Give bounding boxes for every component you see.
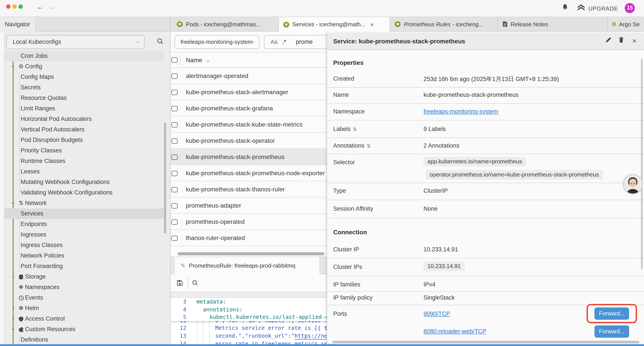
row-checkbox[interactable] bbox=[172, 171, 178, 176]
row-checkbox[interactable] bbox=[172, 74, 178, 79]
sidebar-item-services[interactable]: Services bbox=[4, 209, 164, 219]
save-icon[interactable] bbox=[177, 280, 183, 288]
namespace-select[interactable]: freeleaps-monitoring-system › bbox=[174, 35, 260, 49]
sidebar-item-namespaces[interactable]: ❖Namespaces bbox=[4, 282, 164, 293]
close-window-button[interactable] bbox=[6, 4, 10, 9]
sidebar-item-access-control[interactable]: ›Access Control bbox=[4, 314, 164, 324]
ip-family-policy-value: SingleStack bbox=[424, 294, 455, 301]
annotation-highlight-box bbox=[586, 304, 637, 323]
upgrade-chevrons-icon[interactable] bbox=[577, 4, 585, 13]
forward-button[interactable]: Forward... bbox=[594, 326, 629, 338]
sidebar-item-cron-jobs[interactable]: Cron Jobs bbox=[4, 51, 164, 61]
port-link-9090[interactable]: 9090/TCP bbox=[424, 311, 450, 317]
sidebar-item-vertical-pod-autoscalers[interactable]: Vertical Pod Autoscalers bbox=[4, 124, 164, 135]
kubeconfig-select[interactable]: Local Kubeconfigs › bbox=[6, 35, 145, 49]
editor-tab-prometheusrule[interactable]: ✎PrometheusRule: freeleaps-prod-rabbitmq bbox=[174, 257, 320, 274]
close-icon[interactable]: × bbox=[630, 37, 639, 45]
annotations-value[interactable]: 2 Annotations bbox=[424, 142, 460, 149]
sidebar-item-resource-quotas[interactable]: Resource Quotas bbox=[4, 93, 164, 103]
detail-horizontal-scrollbar[interactable] bbox=[332, 341, 639, 343]
sidebar-item-mutating-webhook-configurations[interactable]: Mutating Webhook Configurations bbox=[4, 177, 164, 187]
sidebar-scrollbar[interactable] bbox=[164, 123, 166, 233]
tab-services[interactable]: Services - icecheng@math... × bbox=[279, 17, 390, 31]
row-checkbox[interactable] bbox=[172, 106, 178, 111]
row-checkbox[interactable] bbox=[172, 90, 178, 95]
row-checkbox[interactable] bbox=[172, 203, 178, 209]
port-link-8080[interactable]: 8080:reloader-web/TCP bbox=[424, 328, 486, 335]
delete-trash-icon[interactable] bbox=[617, 37, 626, 45]
layers-icon: ❖ bbox=[18, 282, 24, 293]
notification-count-badge[interactable]: 15 bbox=[625, 3, 635, 13]
sidebar-item-endpoints[interactable]: Endpoints bbox=[4, 219, 164, 230]
sidebar-item-events[interactable]: Events bbox=[4, 293, 164, 303]
shield-icon bbox=[18, 314, 24, 324]
select-all-checkbox[interactable] bbox=[172, 57, 178, 63]
navigator-panel-tab[interactable]: Navigator bbox=[0, 17, 36, 31]
tab-prometheus-rules[interactable]: Prometheus Rules - icecheng... bbox=[390, 17, 498, 31]
chevron-down-icon[interactable]: › bbox=[10, 61, 16, 72]
back-arrow-icon[interactable]: ← bbox=[37, 3, 44, 10]
row-checkbox[interactable] bbox=[172, 219, 178, 225]
sidebar-item-config-maps[interactable]: Config Maps bbox=[4, 72, 164, 82]
forward-arrow-icon[interactable]: → bbox=[49, 3, 56, 10]
sidebar-item-validating-webhook-configurations[interactable]: Validating Webhook Configurations bbox=[4, 187, 164, 198]
tab-pods[interactable]: Pods - icecheng@mathmas... bbox=[172, 17, 279, 31]
minimize-window-button[interactable] bbox=[12, 4, 17, 9]
zoom-window-button[interactable] bbox=[18, 4, 23, 9]
chevron-right-icon[interactable]: › bbox=[10, 303, 16, 314]
sidebar-item-port-forwarding[interactable]: Port Forwarding bbox=[4, 261, 164, 272]
url-link[interactable]: https://net bbox=[294, 333, 331, 340]
row-checkbox[interactable] bbox=[172, 236, 178, 241]
bell-icon[interactable] bbox=[562, 3, 568, 12]
row-checkbox[interactable] bbox=[172, 187, 178, 192]
sidebar-item-ingresses[interactable]: Ingresses bbox=[4, 230, 164, 240]
expand-sort-icon[interactable]: ⇅ bbox=[367, 143, 371, 148]
detail-vertical-scrollbar[interactable] bbox=[641, 59, 643, 269]
sidebar-item-pod-disruption-budgets[interactable]: Pod Disruption Budgets bbox=[4, 135, 164, 145]
horizontal-scrollbar[interactable] bbox=[178, 252, 324, 255]
chevron-right-icon[interactable]: › bbox=[10, 314, 16, 324]
row-checkbox[interactable] bbox=[172, 155, 178, 160]
labels-value[interactable]: 9 Labels bbox=[424, 126, 446, 132]
tab-argo[interactable]: Argo Se bbox=[608, 17, 644, 31]
match-case-toggle[interactable]: Aa bbox=[270, 35, 278, 49]
search-box[interactable]: Aa .* prome bbox=[264, 35, 334, 49]
row-checkbox[interactable] bbox=[172, 138, 178, 144]
sidebar-item-network[interactable]: ›⇅Network bbox=[4, 198, 164, 209]
row-checkbox[interactable] bbox=[172, 122, 178, 127]
sidebar-item-secrets[interactable]: Secrets bbox=[4, 82, 164, 93]
avatar[interactable] bbox=[622, 174, 643, 194]
sidebar-item-storage[interactable]: ›Storage bbox=[4, 272, 164, 282]
chevron-right-icon[interactable]: › bbox=[10, 272, 16, 282]
upgrade-button[interactable]: UPGRADE bbox=[588, 5, 618, 12]
search-input[interactable]: prome bbox=[296, 35, 313, 49]
sidebar-item-network-policies[interactable]: Network Policies bbox=[4, 251, 164, 261]
namespace-link[interactable]: freeleaps-monitoring-system bbox=[424, 108, 498, 115]
gear-icon: ⚙ bbox=[18, 61, 24, 72]
sidebar-item-runtime-classes[interactable]: Runtime Classes bbox=[4, 156, 164, 166]
annotations-label: Annotations⇅ bbox=[333, 142, 371, 149]
sidebar-item-ingress-classes[interactable]: Ingress Classes bbox=[4, 240, 164, 251]
search-icon[interactable] bbox=[192, 280, 198, 288]
sidebar-item-definitions[interactable]: Definitions bbox=[4, 335, 164, 344]
chevron-down-icon[interactable]: › bbox=[10, 324, 16, 335]
close-icon[interactable]: × bbox=[370, 21, 374, 28]
sidebar-item-priority-classes[interactable]: Priority Classes bbox=[4, 145, 164, 156]
sidebar-item-horizontal-pod-autoscalers[interactable]: Horizontal Pod Autoscalers bbox=[4, 114, 164, 124]
regex-toggle[interactable]: .* bbox=[282, 35, 286, 49]
expand-sort-icon[interactable]: ⇅ bbox=[353, 127, 357, 132]
sidebar-item-custom-resources[interactable]: ›Custom Resources bbox=[4, 324, 164, 335]
search-icon[interactable] bbox=[157, 38, 164, 46]
sidebar-item-leases[interactable]: Leases bbox=[4, 166, 164, 177]
sidebar-item-config[interactable]: ›⚙Config bbox=[4, 61, 164, 72]
chevron-down-icon[interactable]: › bbox=[10, 198, 16, 209]
sidebar-item-helm[interactable]: ›☸Helm bbox=[4, 303, 164, 314]
edit-pencil-icon[interactable] bbox=[604, 37, 613, 45]
sort-ascending-icon[interactable]: › bbox=[200, 60, 216, 62]
namespace-label: Namespace bbox=[333, 108, 365, 115]
kubernetes-icon bbox=[177, 21, 183, 27]
tab-release-notes[interactable]: Release Notes bbox=[498, 17, 608, 31]
divider bbox=[327, 120, 644, 120]
sidebar-item-limit-ranges[interactable]: Limit Ranges bbox=[4, 103, 164, 114]
column-header-name[interactable]: Name bbox=[186, 52, 202, 68]
